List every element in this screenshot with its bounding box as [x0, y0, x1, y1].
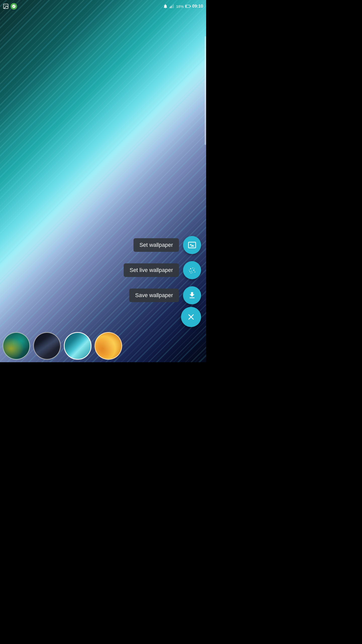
status-bar-left: [3, 3, 17, 10]
save-wallpaper-icon: [188, 291, 196, 300]
close-fab-button[interactable]: [181, 307, 201, 327]
set-wallpaper-item[interactable]: Set wallpaper: [133, 236, 201, 254]
svg-rect-5: [173, 4, 174, 8]
svg-point-1: [5, 5, 5, 6]
thumbnail-2[interactable]: [33, 332, 61, 360]
svg-point-13: [190, 271, 190, 272]
battery-icon: [185, 5, 191, 8]
svg-point-11: [193, 270, 194, 271]
set-live-wallpaper-icon: [188, 266, 196, 274]
close-icon: [186, 312, 196, 322]
status-time: 09:10: [192, 4, 203, 9]
wallpaper-thumbnails: [0, 330, 206, 362]
svg-point-15: [189, 270, 190, 270]
save-wallpaper-label[interactable]: Save wallpaper: [129, 289, 179, 302]
svg-point-14: [194, 268, 195, 269]
svg-point-12: [191, 271, 192, 272]
svg-point-9: [190, 268, 191, 269]
thumbnail-3[interactable]: [64, 332, 92, 360]
set-live-wallpaper-button[interactable]: [183, 261, 201, 279]
svg-rect-4: [172, 5, 173, 8]
notification-dot: [11, 3, 17, 10]
thumbnail-4[interactable]: [95, 332, 122, 360]
svg-point-16: [192, 272, 193, 273]
battery-percentage: 18%: [176, 4, 184, 9]
set-wallpaper-label[interactable]: Set wallpaper: [133, 238, 179, 252]
fab-menu: Set wallpaper Set live wallpaper: [124, 236, 201, 304]
gallery-icon: [3, 4, 9, 9]
svg-point-18: [191, 273, 191, 273]
set-wallpaper-button[interactable]: [183, 236, 201, 254]
wallpaper-stripes: [0, 0, 206, 362]
thumbnail-1[interactable]: [3, 332, 30, 360]
svg-point-17: [195, 271, 195, 272]
svg-rect-3: [171, 6, 172, 8]
alert-icon: [163, 4, 168, 9]
scroll-indicator: [205, 36, 206, 145]
svg-rect-7: [190, 6, 191, 7]
svg-point-10: [192, 268, 193, 268]
set-live-wallpaper-item[interactable]: Set live wallpaper: [124, 261, 201, 279]
signal-icon: [169, 4, 174, 9]
save-wallpaper-item[interactable]: Save wallpaper: [129, 286, 201, 304]
set-live-wallpaper-label[interactable]: Set live wallpaper: [124, 263, 179, 277]
status-bar-right: 18% 09:10: [163, 4, 203, 9]
svg-rect-2: [170, 7, 171, 8]
set-wallpaper-icon: [188, 241, 196, 249]
status-bar: 18% 09:10: [0, 0, 206, 13]
svg-rect-8: [186, 5, 186, 7]
save-wallpaper-button[interactable]: [183, 286, 201, 304]
